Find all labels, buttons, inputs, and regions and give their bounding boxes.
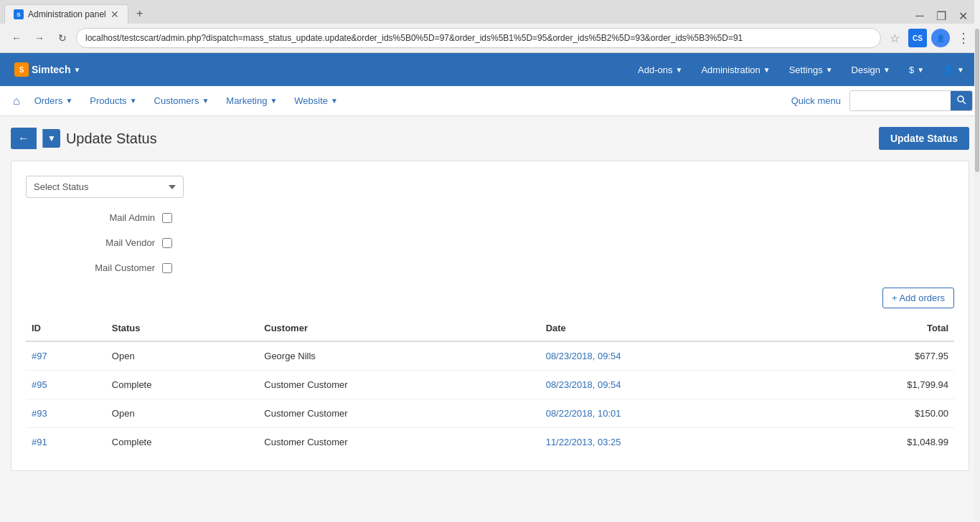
table-header-row: ID Status Customer Date Total: [26, 315, 954, 341]
search-input[interactable]: [850, 92, 951, 109]
top-navigation: S Simtech ▼ Add-ons ▼ Administration ▼ S…: [0, 53, 980, 86]
customers-menu[interactable]: Customers ▼: [146, 88, 218, 113]
close-window-button[interactable]: ✕: [953, 6, 973, 26]
svg-point-0: [958, 96, 963, 102]
administration-menu[interactable]: Administration ▼: [692, 60, 778, 80]
cell-customer: Customer Customer: [258, 399, 540, 428]
settings-menu[interactable]: Settings ▼: [781, 60, 842, 80]
cell-total: $150.00: [797, 399, 954, 428]
add-orders-row: + Add orders: [26, 288, 954, 308]
status-select[interactable]: Select Status: [26, 176, 184, 198]
main-card: Select Status Mail Admin Mail Vendor Mai…: [11, 161, 969, 471]
update-status-button[interactable]: Update Status: [879, 127, 969, 150]
cell-customer: Customer Customer: [258, 428, 540, 457]
user-caret-icon: ▼: [957, 66, 964, 74]
cell-date: 08/23/2018, 09:54: [540, 341, 797, 371]
logo-area[interactable]: S Simtech ▼: [7, 62, 88, 77]
addons-label: Add-ons: [638, 65, 672, 75]
orders-caret-icon: ▼: [65, 97, 72, 105]
user-icon: 👤: [943, 65, 954, 75]
products-menu[interactable]: Products ▼: [81, 88, 145, 113]
marketing-menu[interactable]: Marketing ▼: [217, 88, 286, 113]
back-button[interactable]: ←: [7, 29, 26, 47]
order-date-link[interactable]: 08/23/2018, 09:54: [546, 379, 621, 390]
addons-menu[interactable]: Add-ons ▼: [629, 60, 691, 80]
mail-customer-checkbox[interactable]: [162, 263, 172, 273]
status-select-wrapper: Select Status: [26, 176, 954, 198]
cell-id: #97: [26, 341, 106, 371]
window-controls: ─ ❐ ✕: [910, 6, 973, 26]
scrollbar-thumb[interactable]: [975, 29, 979, 172]
mail-admin-row: Mail Admin: [26, 212, 954, 223]
tab-favicon: S: [14, 9, 24, 19]
administration-label: Administration: [701, 65, 760, 75]
addons-caret-icon: ▼: [676, 66, 683, 74]
cell-status: Complete: [106, 428, 258, 457]
home-button[interactable]: ⌂: [7, 89, 26, 113]
minimize-button[interactable]: ─: [910, 6, 930, 26]
marketing-caret-icon: ▼: [270, 97, 277, 105]
cell-status: Open: [106, 399, 258, 428]
website-menu[interactable]: Website ▼: [286, 88, 347, 113]
design-menu[interactable]: Design ▼: [843, 60, 899, 80]
bookmark-icon[interactable]: ☆: [885, 29, 904, 47]
orders-menu[interactable]: Orders ▼: [26, 88, 82, 113]
browser-menu-icon[interactable]: ⋮: [954, 29, 973, 47]
mail-vendor-label: Mail Vendor: [69, 237, 155, 248]
search-button[interactable]: [951, 91, 972, 110]
website-caret-icon: ▼: [331, 97, 338, 105]
cell-date: 11/22/2013, 03:25: [540, 428, 797, 457]
maximize-button[interactable]: ❐: [931, 6, 951, 26]
col-status: Status: [106, 315, 258, 341]
cell-total: $1,799.94: [797, 371, 954, 399]
cell-id: #91: [26, 428, 106, 457]
cell-customer: Customer Customer: [258, 371, 540, 399]
settings-caret-icon: ▼: [826, 66, 833, 74]
order-date-link[interactable]: 08/23/2018, 09:54: [546, 351, 621, 361]
table-row: #91 Complete Customer Customer 11/22/201…: [26, 428, 954, 457]
order-date-link[interactable]: 08/22/2018, 10:01: [546, 408, 621, 419]
add-orders-button[interactable]: + Add orders: [882, 288, 954, 308]
search-icon: [956, 95, 966, 105]
currency-menu[interactable]: $ ▼: [900, 60, 933, 80]
cell-id: #93: [26, 399, 106, 428]
user-menu[interactable]: 👤 ▼: [934, 60, 973, 80]
table-row: #95 Complete Customer Customer 08/23/201…: [26, 371, 954, 399]
order-id-link[interactable]: #97: [32, 351, 47, 361]
cell-id: #95: [26, 371, 106, 399]
url-bar[interactable]: [76, 28, 881, 48]
browser-toolbar: ← → ↻ ☆ CS 👤 ⋮: [0, 24, 980, 52]
customers-caret-icon: ▼: [202, 97, 209, 105]
col-id: ID: [26, 315, 106, 341]
tab-title: Administration panel: [28, 9, 106, 19]
order-id-link[interactable]: #93: [32, 408, 47, 419]
orders-label: Orders: [34, 95, 63, 106]
cell-status: Complete: [106, 371, 258, 399]
products-label: Products: [90, 95, 126, 106]
back-button[interactable]: ←: [11, 128, 37, 149]
products-caret-icon: ▼: [130, 97, 137, 105]
quick-menu-button[interactable]: Quick menu: [783, 90, 849, 112]
mail-admin-checkbox[interactable]: [162, 213, 172, 223]
extension-icon[interactable]: CS: [908, 29, 927, 47]
order-date-link[interactable]: 11/22/2013, 03:25: [546, 437, 621, 447]
search-box: [849, 90, 973, 111]
tab-close-icon[interactable]: ✕: [110, 9, 119, 19]
order-id-link[interactable]: #95: [32, 379, 47, 390]
page-content: ← ▼ Update Status Update Status Select S…: [0, 116, 980, 482]
website-label: Website: [294, 95, 328, 106]
administration-caret-icon: ▼: [763, 66, 771, 74]
col-date: Date: [540, 315, 797, 341]
customers-label: Customers: [154, 95, 199, 106]
browser-tab-active[interactable]: S Administration panel ✕: [4, 4, 128, 24]
forward-button[interactable]: →: [30, 29, 49, 47]
logo-caret-icon: ▼: [73, 66, 80, 74]
profile-icon[interactable]: 👤: [931, 29, 950, 47]
refresh-button[interactable]: ↻: [53, 29, 72, 47]
table-row: #97 Open George Nills 08/23/2018, 09:54 …: [26, 341, 954, 371]
back-dropdown-button[interactable]: ▼: [42, 129, 60, 148]
new-tab-button[interactable]: +: [130, 4, 150, 24]
mail-vendor-checkbox[interactable]: [162, 238, 172, 248]
order-id-link[interactable]: #91: [32, 437, 47, 447]
scrollbar[interactable]: [974, 0, 980, 482]
